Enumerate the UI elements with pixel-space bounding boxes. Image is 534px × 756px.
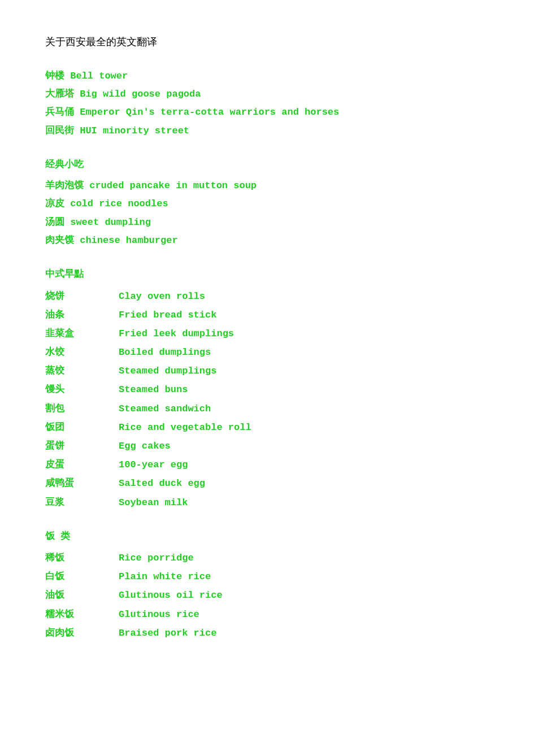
breakfast-chinese-8: 蛋饼 [45,437,119,455]
breakfast-table: 烧饼 Clay oven rolls 油条 Fried bread stick … [45,287,489,512]
table-row: 蛋饼 Egg cakes [45,437,489,455]
rice-chinese-1: 白饭 [45,567,119,586]
landmark-chinese-1: 钟楼 [45,71,64,81]
breakfast-english-10: Salted duck egg [119,474,489,493]
landmark-english-1: Bell tower [70,71,128,81]
snack-item-2: 凉皮 cold rice noodles [45,195,489,213]
rice-english-2: Glutinous oil rice [119,586,489,605]
table-row: 割包 Steamed sandwich [45,399,489,418]
table-row: 糯米饭 Glutinous rice [45,605,489,624]
table-row: 蒸饺 Steamed dumplings [45,362,489,380]
snacks-header: 经典小吃 [45,157,489,172]
snack-english-1: cruded pancake in mutton soup [89,180,257,191]
rice-chinese-0: 稀饭 [45,549,119,567]
breakfast-english-8: Egg cakes [119,437,489,455]
table-row: 咸鸭蛋 Salted duck egg [45,474,489,493]
table-row: 白饭 Plain white rice [45,567,489,586]
table-row: 稀饭 Rice porridge [45,549,489,567]
breakfast-chinese-4: 蒸饺 [45,362,119,380]
table-row: 油条 Fried bread stick [45,306,489,324]
breakfast-chinese-6: 割包 [45,399,119,418]
breakfast-header: 中式早點 [45,267,489,282]
rice-english-0: Rice porridge [119,549,489,567]
breakfast-section: 中式早點 烧饼 Clay oven rolls 油条 Fried bread s… [45,267,489,511]
landmark-chinese-4: 回民街 [45,125,74,136]
landmarks-section: 钟楼 Bell tower 大雁塔 Big wild goose pagoda … [45,67,489,140]
table-row: 皮蛋 100-year egg [45,455,489,474]
table-row: 馒头 Steamed buns [45,380,489,399]
landmark-chinese-3: 兵马俑 [45,107,74,118]
landmark-item-3: 兵马俑 Emperor Qin's terra-cotta warriors a… [45,103,489,121]
breakfast-english-7: Rice and vegetable roll [119,418,489,437]
breakfast-chinese-3: 水饺 [45,343,119,362]
breakfast-english-9: 100-year egg [119,455,489,474]
breakfast-chinese-0: 烧饼 [45,287,119,306]
snack-chinese-4: 肉夹馍 [45,235,74,246]
breakfast-chinese-11: 豆浆 [45,493,119,512]
landmark-item-4: 回民街 HUI minority street [45,122,489,140]
rice-english-3: Glutinous rice [119,605,489,624]
rice-header: 饭 类 [45,529,489,544]
table-row: 烧饼 Clay oven rolls [45,287,489,306]
rice-english-1: Plain white rice [119,567,489,586]
snack-item-3: 汤圆 sweet dumpling [45,214,489,232]
table-row: 油饭 Glutinous oil rice [45,586,489,605]
snack-chinese-2: 凉皮 [45,198,64,209]
landmark-english-4: HUI minority street [80,125,189,136]
landmark-chinese-2: 大雁塔 [45,89,74,99]
breakfast-chinese-7: 饭团 [45,418,119,437]
rice-chinese-4: 卤肉饭 [45,624,119,642]
rice-section: 饭 类 稀饭 Rice porridge 白饭 Plain white rice… [45,529,489,642]
rice-chinese-3: 糯米饭 [45,605,119,624]
snacks-section: 经典小吃 羊肉泡馍 cruded pancake in mutton soup … [45,157,489,250]
table-row: 饭团 Rice and vegetable roll [45,418,489,437]
breakfast-english-6: Steamed sandwich [119,399,489,418]
snack-chinese-3: 汤圆 [45,217,64,228]
breakfast-english-1: Fried bread stick [119,306,489,324]
rice-chinese-2: 油饭 [45,586,119,605]
snack-item-1: 羊肉泡馍 cruded pancake in mutton soup [45,177,489,195]
snack-item-4: 肉夹馍 chinese hamburger [45,232,489,250]
landmark-item-2: 大雁塔 Big wild goose pagoda [45,85,489,103]
landmark-english-3: Emperor Qin's terra-cotta warriors and h… [80,107,339,118]
snack-chinese-1: 羊肉泡馍 [45,180,84,191]
breakfast-english-4: Steamed dumplings [119,362,489,380]
landmark-english-2: Big wild goose pagoda [80,89,201,99]
snack-english-2: cold rice noodles [70,198,168,209]
table-row: 卤肉饭 Braised pork rice [45,624,489,642]
breakfast-english-5: Steamed buns [119,380,489,399]
table-row: 豆浆 Soybean milk [45,493,489,512]
breakfast-chinese-9: 皮蛋 [45,455,119,474]
page-title: 关于西安最全的英文翻译 [45,34,489,50]
breakfast-english-2: Fried leek dumplings [119,324,489,343]
table-row: 水饺 Boiled dumplings [45,343,489,362]
breakfast-chinese-2: 韭菜盒 [45,324,119,343]
rice-table: 稀饭 Rice porridge 白饭 Plain white rice 油饭 … [45,549,489,642]
breakfast-english-3: Boiled dumplings [119,343,489,362]
breakfast-chinese-10: 咸鸭蛋 [45,474,119,493]
breakfast-english-0: Clay oven rolls [119,287,489,306]
breakfast-chinese-1: 油条 [45,306,119,324]
snack-english-3: sweet dumpling [70,217,151,228]
landmark-item-1: 钟楼 Bell tower [45,67,489,85]
breakfast-english-11: Soybean milk [119,493,489,512]
table-row: 韭菜盒 Fried leek dumplings [45,324,489,343]
breakfast-chinese-5: 馒头 [45,380,119,399]
snack-english-4: chinese hamburger [80,235,177,246]
rice-english-4: Braised pork rice [119,624,489,642]
